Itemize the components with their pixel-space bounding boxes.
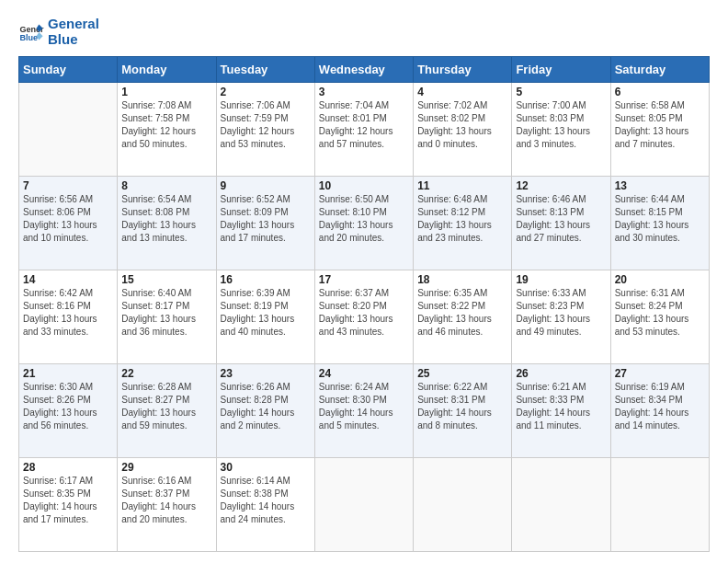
calendar-week-row: 7Sunrise: 6:56 AM Sunset: 8:06 PM Daylig… (19, 177, 710, 270)
day-info: Sunrise: 6:40 AM Sunset: 8:17 PM Dayligh… (121, 287, 211, 339)
day-number: 2 (221, 86, 311, 98)
logo: General Blue General Blue (18, 17, 99, 47)
calendar-table: SundayMondayTuesdayWednesdayThursdayFrid… (18, 56, 710, 552)
calendar-cell: 22Sunrise: 6:28 AM Sunset: 8:27 PM Dayli… (118, 364, 216, 458)
day-info: Sunrise: 6:35 AM Sunset: 8:22 PM Dayligh… (417, 287, 507, 339)
calendar-cell: 24Sunrise: 6:24 AM Sunset: 8:30 PM Dayli… (314, 364, 413, 458)
day-number: 27 (615, 367, 705, 380)
day-info: Sunrise: 6:39 AM Sunset: 8:19 PM Dayligh… (221, 287, 311, 339)
calendar-cell: 29Sunrise: 6:16 AM Sunset: 8:37 PM Dayli… (118, 458, 216, 552)
calendar-week-row: 1Sunrise: 7:08 AM Sunset: 7:58 PM Daylig… (19, 83, 710, 177)
calendar-cell: 11Sunrise: 6:48 AM Sunset: 8:12 PM Dayli… (414, 177, 512, 270)
day-info: Sunrise: 7:00 AM Sunset: 8:03 PM Dayligh… (516, 99, 606, 151)
calendar-cell (314, 458, 413, 552)
day-number: 9 (221, 179, 311, 192)
day-number: 29 (121, 461, 211, 474)
calendar-cell: 10Sunrise: 6:50 AM Sunset: 8:10 PM Dayli… (314, 177, 413, 270)
day-info: Sunrise: 6:22 AM Sunset: 8:31 PM Dayligh… (417, 381, 507, 432)
day-number: 13 (615, 179, 705, 192)
calendar-cell: 19Sunrise: 6:33 AM Sunset: 8:23 PM Dayli… (512, 270, 610, 364)
day-info: Sunrise: 6:31 AM Sunset: 8:24 PM Dayligh… (615, 287, 705, 339)
day-info: Sunrise: 6:58 AM Sunset: 8:05 PM Dayligh… (615, 99, 705, 151)
calendar-cell: 1Sunrise: 7:08 AM Sunset: 7:58 PM Daylig… (118, 83, 216, 177)
calendar-cell (414, 458, 512, 552)
page-header: General Blue General Blue (18, 17, 710, 47)
calendar-week-row: 21Sunrise: 6:30 AM Sunset: 8:26 PM Dayli… (19, 364, 710, 458)
calendar-cell: 5Sunrise: 7:00 AM Sunset: 8:03 PM Daylig… (512, 83, 610, 177)
day-number: 15 (121, 273, 211, 286)
day-info: Sunrise: 6:28 AM Sunset: 8:27 PM Dayligh… (121, 381, 211, 432)
day-number: 20 (615, 273, 705, 286)
day-number: 3 (319, 86, 409, 98)
day-info: Sunrise: 7:02 AM Sunset: 8:02 PM Dayligh… (417, 99, 507, 151)
calendar-cell: 30Sunrise: 6:14 AM Sunset: 8:38 PM Dayli… (216, 458, 314, 552)
day-info: Sunrise: 6:54 AM Sunset: 8:08 PM Dayligh… (121, 193, 211, 245)
weekday-header-monday: Monday (118, 57, 216, 83)
calendar-week-row: 14Sunrise: 6:42 AM Sunset: 8:16 PM Dayli… (19, 270, 710, 364)
day-number: 25 (417, 367, 507, 380)
calendar-cell: 6Sunrise: 6:58 AM Sunset: 8:05 PM Daylig… (610, 83, 709, 177)
calendar-cell: 4Sunrise: 7:02 AM Sunset: 8:02 PM Daylig… (414, 83, 512, 177)
calendar-cell: 12Sunrise: 6:46 AM Sunset: 8:13 PM Dayli… (512, 177, 610, 270)
calendar-week-row: 28Sunrise: 6:17 AM Sunset: 8:35 PM Dayli… (19, 458, 710, 552)
day-number: 18 (417, 273, 507, 286)
day-number: 16 (221, 273, 311, 286)
day-info: Sunrise: 6:44 AM Sunset: 8:15 PM Dayligh… (615, 193, 705, 245)
calendar-cell: 9Sunrise: 6:52 AM Sunset: 8:09 PM Daylig… (216, 177, 314, 270)
day-number: 19 (516, 273, 606, 286)
day-info: Sunrise: 6:30 AM Sunset: 8:26 PM Dayligh… (23, 381, 113, 432)
calendar-cell: 8Sunrise: 6:54 AM Sunset: 8:08 PM Daylig… (118, 177, 216, 270)
weekday-header-wednesday: Wednesday (314, 57, 413, 83)
day-info: Sunrise: 6:50 AM Sunset: 8:10 PM Dayligh… (319, 193, 409, 245)
calendar-cell (512, 458, 610, 552)
calendar-cell: 16Sunrise: 6:39 AM Sunset: 8:19 PM Dayli… (216, 270, 314, 364)
day-info: Sunrise: 7:08 AM Sunset: 7:58 PM Dayligh… (121, 99, 211, 151)
calendar-cell (19, 83, 118, 177)
day-info: Sunrise: 6:26 AM Sunset: 8:28 PM Dayligh… (221, 381, 311, 432)
weekday-header-sunday: Sunday (19, 57, 118, 83)
day-number: 7 (23, 179, 113, 192)
day-number: 1 (121, 86, 211, 98)
logo-text-line1: General (48, 17, 99, 32)
calendar-cell: 18Sunrise: 6:35 AM Sunset: 8:22 PM Dayli… (414, 270, 512, 364)
day-number: 10 (319, 179, 409, 192)
day-number: 30 (221, 461, 311, 474)
calendar-cell: 7Sunrise: 6:56 AM Sunset: 8:06 PM Daylig… (19, 177, 118, 270)
calendar-cell: 3Sunrise: 7:04 AM Sunset: 8:01 PM Daylig… (314, 83, 413, 177)
day-number: 12 (516, 179, 606, 192)
calendar-cell: 13Sunrise: 6:44 AM Sunset: 8:15 PM Dayli… (610, 177, 709, 270)
svg-text:Blue: Blue (19, 33, 38, 42)
day-number: 23 (221, 367, 311, 380)
calendar-cell (610, 458, 709, 552)
calendar-cell: 20Sunrise: 6:31 AM Sunset: 8:24 PM Dayli… (610, 270, 709, 364)
day-number: 22 (121, 367, 211, 380)
weekday-header-friday: Friday (512, 57, 610, 83)
weekday-header-tuesday: Tuesday (216, 57, 314, 83)
day-number: 5 (516, 86, 606, 98)
weekday-header-saturday: Saturday (610, 57, 709, 83)
day-number: 28 (23, 461, 113, 474)
calendar-cell: 15Sunrise: 6:40 AM Sunset: 8:17 PM Dayli… (118, 270, 216, 364)
day-number: 21 (23, 367, 113, 380)
day-info: Sunrise: 6:56 AM Sunset: 8:06 PM Dayligh… (23, 193, 113, 245)
day-info: Sunrise: 6:21 AM Sunset: 8:33 PM Dayligh… (516, 381, 606, 432)
day-number: 14 (23, 273, 113, 286)
day-info: Sunrise: 6:42 AM Sunset: 8:16 PM Dayligh… (23, 287, 113, 339)
day-info: Sunrise: 6:46 AM Sunset: 8:13 PM Dayligh… (516, 193, 606, 245)
logo-icon: General Blue (18, 19, 44, 45)
day-number: 4 (417, 86, 507, 98)
weekday-header-thursday: Thursday (414, 57, 512, 83)
day-number: 8 (121, 179, 211, 192)
calendar-cell: 21Sunrise: 6:30 AM Sunset: 8:26 PM Dayli… (19, 364, 118, 458)
day-info: Sunrise: 7:04 AM Sunset: 8:01 PM Dayligh… (319, 99, 409, 151)
day-number: 17 (319, 273, 409, 286)
calendar-cell: 25Sunrise: 6:22 AM Sunset: 8:31 PM Dayli… (414, 364, 512, 458)
day-info: Sunrise: 7:06 AM Sunset: 7:59 PM Dayligh… (221, 99, 311, 151)
logo-text-line2: Blue (48, 32, 99, 48)
calendar-cell: 17Sunrise: 6:37 AM Sunset: 8:20 PM Dayli… (314, 270, 413, 364)
day-info: Sunrise: 6:19 AM Sunset: 8:34 PM Dayligh… (615, 381, 705, 432)
day-info: Sunrise: 6:16 AM Sunset: 8:37 PM Dayligh… (121, 475, 211, 526)
calendar-cell: 23Sunrise: 6:26 AM Sunset: 8:28 PM Dayli… (216, 364, 314, 458)
day-number: 24 (319, 367, 409, 380)
day-info: Sunrise: 6:17 AM Sunset: 8:35 PM Dayligh… (23, 475, 113, 526)
